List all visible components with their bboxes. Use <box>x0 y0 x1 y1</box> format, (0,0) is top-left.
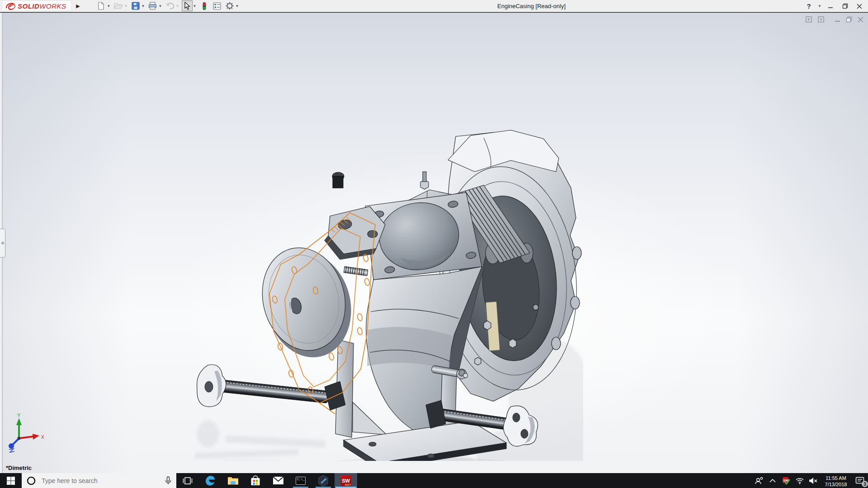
taskbar-search-box[interactable] <box>22 473 176 488</box>
volume-muted-icon <box>809 477 818 484</box>
doc-close-icon[interactable] <box>858 16 863 23</box>
doc-restore-icon[interactable] <box>846 16 852 23</box>
file-explorer-icon <box>227 476 239 485</box>
clock[interactable]: 11:55 AM 7/13/2018 <box>820 474 852 488</box>
minimize-button[interactable] <box>825 1 836 12</box>
reference-triad: Y X <box>5 413 48 453</box>
new-document-icon <box>97 2 105 10</box>
close-icon <box>857 4 862 9</box>
options-dropdown[interactable]: ▼ <box>235 4 240 8</box>
undo-button[interactable]: ▼ <box>164 0 180 11</box>
window-controls: ? ▼ <box>803 0 865 12</box>
undo-icon <box>165 2 175 9</box>
taskbar-item-solidworks[interactable]: SW 2017 <box>335 473 357 488</box>
select-cursor-icon <box>184 2 190 10</box>
options-button[interactable]: ▼ <box>224 0 240 11</box>
solidworks-ds-glyph <box>5 1 16 10</box>
taskbar-item-command-prompt[interactable]: C:\_ <box>289 473 312 488</box>
rebuild-traffic-light-icon <box>202 2 207 10</box>
command-prompt-icon: C:\_ <box>296 477 306 485</box>
solidworks-2017-icon: SW 2017 <box>340 475 351 486</box>
show-right-pane-icon[interactable] <box>818 16 825 23</box>
microphone-icon[interactable] <box>165 476 172 485</box>
file-properties-button[interactable] <box>211 0 223 11</box>
tray-date: 7/13/2018 <box>820 481 852 488</box>
help-dropdown[interactable]: ▼ <box>817 4 822 8</box>
show-left-pane-icon[interactable] <box>806 16 812 23</box>
cortana-icon <box>26 476 36 486</box>
tray-overflow-button[interactable] <box>766 473 779 488</box>
restore-button[interactable] <box>839 1 851 12</box>
undo-dropdown: ▼ <box>175 4 180 8</box>
save-button[interactable]: ▼ <box>130 0 146 11</box>
minimize-icon <box>828 4 833 9</box>
save-icon <box>132 2 140 10</box>
panel-splitter-handle[interactable] <box>0 229 5 258</box>
microsoft-store-icon <box>250 475 260 486</box>
select-dropdown[interactable]: ▼ <box>193 4 197 8</box>
mail-icon <box>273 476 284 485</box>
network-button[interactable] <box>793 473 807 488</box>
open-icon <box>114 2 123 9</box>
windows-logo-icon <box>6 476 15 485</box>
restore-icon <box>842 3 848 9</box>
start-button[interactable] <box>0 473 22 488</box>
solidworks-application-window: SOLIDWORKS ▶ ▼ ▼ <box>0 0 868 488</box>
task-view-button[interactable] <box>176 473 199 488</box>
z-axis-ball <box>9 443 14 449</box>
quick-access-toolbar: ▼ ▼ ▼ <box>95 0 241 12</box>
solidworks-logo: SOLIDWORKS <box>2 0 71 11</box>
graphics-viewport[interactable]: Y X *Dimetric <box>0 13 868 473</box>
new-document-dropdown[interactable]: ▼ <box>107 4 111 8</box>
print-dropdown[interactable]: ▼ <box>158 4 163 8</box>
open-dropdown: ▼ <box>124 4 128 8</box>
doc-minimize-icon[interactable] <box>835 16 840 23</box>
windows-taskbar: C:\_ SW 2017 <box>0 473 868 488</box>
print-button[interactable]: ▼ <box>147 0 163 11</box>
new-document-button[interactable]: ▼ <box>95 0 112 11</box>
left-support-rod <box>197 365 346 410</box>
edge-icon <box>205 475 216 486</box>
document-window-controls <box>806 16 863 23</box>
taskbar-item-file-explorer[interactable] <box>222 473 244 488</box>
close-button[interactable] <box>854 1 865 12</box>
chevron-up-icon <box>769 479 776 483</box>
print-icon <box>148 2 157 10</box>
help-button[interactable]: ? <box>803 1 815 12</box>
system-tray: SW 11:55 AM 7/13/2018 <box>752 473 868 488</box>
task-view-icon <box>183 477 193 485</box>
action-center-button[interactable]: 3 <box>852 473 868 488</box>
y-axis-arrow <box>16 418 22 425</box>
sw-resource-monitor-icon: SW <box>782 477 790 485</box>
menu-expand-arrow[interactable]: ▶ <box>74 1 82 11</box>
x-axis-arrow <box>33 434 39 440</box>
taskbar-item-edge[interactable] <box>199 473 222 488</box>
taskbar-empty-space <box>357 473 752 488</box>
taskbar-item-mail[interactable] <box>267 473 289 488</box>
notification-badge: 3 <box>862 481 868 487</box>
title-bar: SOLIDWORKS ▶ ▼ ▼ <box>0 0 868 12</box>
save-dropdown[interactable]: ▼ <box>141 4 146 8</box>
splitter-dot <box>1 242 4 244</box>
solidworks-resource-monitor[interactable]: SW <box>779 473 793 488</box>
x-axis-label: X <box>41 435 44 440</box>
file-properties-icon <box>213 2 221 10</box>
document-title: EngineCasing [Read-only] <box>497 0 566 12</box>
taskbar-item-store[interactable] <box>244 473 267 488</box>
y-axis-label: Y <box>17 413 21 418</box>
taskbar-item-edrawings[interactable] <box>312 473 335 488</box>
volume-button[interactable] <box>807 473 820 488</box>
threaded-stud <box>344 266 368 276</box>
open-button[interactable]: ▼ <box>113 0 129 11</box>
people-button[interactable] <box>752 473 766 488</box>
search-input[interactable] <box>41 477 160 485</box>
rebuild-button[interactable] <box>198 0 210 11</box>
brand-text: SOLIDWORKS <box>18 2 66 10</box>
edrawings-hexagon-icon <box>318 475 329 487</box>
options-gear-icon <box>226 2 234 10</box>
select-button[interactable]: ▼ <box>181 0 198 11</box>
3d-model-engine-casing <box>194 117 583 461</box>
view-orientation-label: *Dimetric <box>6 465 32 471</box>
wifi-icon <box>795 477 804 484</box>
people-icon <box>755 477 764 485</box>
